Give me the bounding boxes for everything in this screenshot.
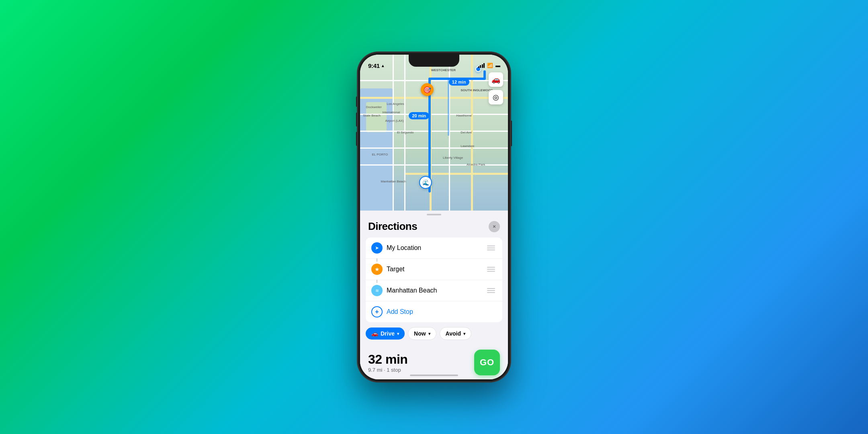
signal-bars [478, 63, 485, 68]
status-time: 9:41 [368, 62, 380, 69]
drag-handle-target [485, 265, 497, 273]
signal-bar-1 [478, 66, 479, 68]
drag-line [487, 292, 495, 293]
phone-mockup: 9:41 ▲ 📶 ▬ [358, 52, 510, 382]
now-chevron-icon: ▾ [428, 332, 430, 336]
target-label: Target [387, 266, 485, 273]
my-location-label: My Location [387, 244, 485, 252]
go-button[interactable]: GO [474, 350, 500, 375]
close-button[interactable]: × [489, 221, 500, 232]
now-button[interactable]: Now ▾ [408, 327, 436, 340]
car-mode-control[interactable]: 🚗 [489, 72, 503, 87]
directions-header: Directions × [360, 219, 508, 237]
stop-my-location[interactable]: ➤ My Location [366, 237, 502, 259]
stop-manhattan-beach[interactable]: ≋ Manhattan Beach [366, 280, 502, 301]
manhattan-beach-label: Manhattan Beach [387, 287, 485, 294]
route-label-20min: 20 min [409, 112, 429, 119]
directions-sheet: Directions × ➤ My Location [360, 211, 508, 379]
plus-icon: + [375, 308, 379, 315]
route-details: 9.7 mi · 1 stop [368, 367, 407, 373]
manhattan-beach-icon: ≋ [371, 285, 383, 296]
drag-handle-my-location [485, 244, 497, 252]
signal-bar-4 [483, 63, 485, 68]
car-icon: 🚗 [371, 330, 378, 337]
wifi-icon: 📶 [487, 63, 493, 68]
notch [409, 55, 459, 67]
wave-icon: ≋ [375, 288, 379, 293]
drag-line [487, 246, 495, 246]
power-button [510, 121, 512, 146]
drag-line [487, 271, 495, 272]
directions-title: Directions [368, 220, 417, 233]
add-stop-label[interactable]: Add Stop [387, 308, 497, 315]
drag-line [487, 267, 495, 268]
status-icons: 📶 ▬ [478, 63, 500, 68]
route-time: 32 min [368, 352, 407, 367]
drive-button[interactable]: 🚗 Drive ▾ [366, 328, 405, 340]
drive-label: Drive [381, 330, 395, 337]
stop-target[interactable]: ★ Target [366, 259, 502, 280]
phone-screen: 9:41 ▲ 📶 ▬ [360, 55, 508, 379]
drag-handle-manhattan [485, 287, 497, 295]
target-icon: ★ [371, 264, 383, 275]
drag-line [487, 250, 495, 250]
avoid-label: Avoid [446, 330, 461, 337]
drag-line [487, 248, 495, 248]
drag-line [487, 288, 495, 289]
add-stop-icon: + [371, 306, 383, 317]
my-location-icon: ➤ [371, 242, 383, 254]
target-star-icon: ★ [375, 266, 380, 272]
sheet-handle [427, 214, 441, 215]
signal-bar-3 [482, 64, 483, 68]
route-svg [360, 55, 508, 223]
now-label: Now [414, 330, 426, 337]
drive-chevron-icon: ▾ [397, 332, 399, 336]
route-label-12min: 12 min [449, 78, 469, 86]
home-indicator [410, 375, 458, 376]
avoid-chevron-icon: ▾ [463, 332, 465, 336]
stops-list: ➤ My Location ★ Target [366, 237, 502, 322]
avoid-button[interactable]: Avoid ▾ [440, 327, 471, 340]
time-info: 32 min 9.7 mi · 1 stop [368, 352, 407, 373]
location-control[interactable]: ◎ [489, 90, 503, 104]
location-arrow-icon: ▲ [381, 63, 385, 68]
location-arrow-icon: ➤ [375, 245, 379, 251]
map-area[interactable]: WESTCHESTER SOUTH INGLEWOOD Dockweiler S… [360, 55, 508, 223]
drag-line [487, 290, 495, 291]
add-stop-row[interactable]: + Add Stop [366, 301, 502, 322]
signal-bar-2 [480, 65, 481, 68]
go-label: GO [480, 357, 494, 368]
transport-options: 🚗 Drive ▾ Now ▾ Avoid ▾ [360, 322, 508, 345]
close-icon: × [493, 223, 496, 229]
battery-icon: ▬ [495, 63, 500, 68]
drag-line [487, 269, 495, 270]
